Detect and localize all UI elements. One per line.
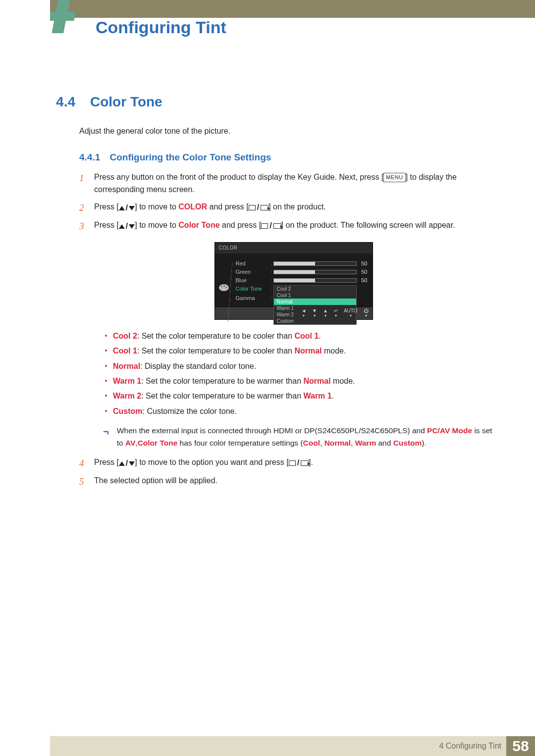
chapter-title: Configuring Tint — [96, 18, 226, 37]
osd-screenshot: COLOR Red:50Green:50Blue:50Color Tone:Co… — [214, 242, 373, 320]
subsection-title: Configuring the Color Tone Settings — [110, 152, 271, 162]
osd-option: Custom — [274, 318, 356, 324]
step-text: ] on the product. — [268, 202, 326, 211]
chapter-number: 4 — [50, 0, 72, 45]
note-text: When the external input is connected thr… — [117, 425, 493, 450]
osd-slider — [273, 261, 357, 266]
osd-slider — [273, 270, 357, 274]
osd-row-label: Color Tone — [236, 285, 270, 293]
osd-option: Normal — [274, 299, 356, 305]
step-text: Press [ — [94, 202, 119, 211]
palette-icon — [219, 284, 229, 291]
option-item: Normal: Display the standard color tone. — [105, 359, 493, 374]
step-text: Press any button on the front of the pro… — [94, 173, 383, 181]
osd-rows: Red:50Green:50Blue:50Color Tone:Cool 2Co… — [236, 259, 368, 302]
up-down-icon: / — [119, 457, 135, 470]
osd-value: 50 — [357, 259, 368, 268]
subsection-heading: 4.4.1 Configuring the Color Tone Setting… — [79, 152, 271, 163]
subsection-number: 4.4.1 — [79, 152, 100, 162]
osd-option: Cool 1 — [274, 292, 356, 299]
step-3: Press [/] to move to Color Tone and pres… — [79, 219, 493, 450]
osd-nav-button: ▲▾ — [323, 308, 328, 318]
osd-value: 50 — [357, 276, 368, 285]
step-text: ] to move to — [135, 202, 178, 211]
enter-icon: / — [249, 202, 268, 214]
keyword-colortone: Color Tone — [178, 221, 219, 229]
option-item: Custom: Customize the color tone. — [105, 404, 493, 419]
enter-icon: / — [261, 220, 281, 232]
osd-row-label: Blue — [236, 276, 270, 285]
up-down-icon: / — [119, 220, 135, 233]
enter-icon: / — [289, 457, 309, 469]
osd-nav-button: ↵▾ — [334, 308, 338, 318]
step-text: Press [ — [94, 221, 119, 229]
osd-dropdown: Cool 2Cool 1NormalWarm 1Warm 2Custom — [273, 285, 357, 325]
step-1: Press any button on the front of the pro… — [79, 171, 493, 196]
keyword-color: COLOR — [178, 202, 207, 211]
note-icon: ¬ — [103, 425, 109, 450]
step-text: ] to move to the option you want and pre… — [135, 458, 288, 466]
osd-slider-row: Green:50 — [236, 268, 368, 276]
osd-nav-button: ▼▾ — [312, 308, 317, 318]
option-list: Cool 2: Set the color temperature to be … — [105, 329, 493, 419]
section-title: Color Tone — [90, 94, 162, 110]
step-text: and press [ — [220, 221, 262, 229]
option-item: Cool 1: Set the color temperature to be … — [105, 344, 493, 358]
up-down-icon: / — [119, 202, 135, 214]
section-heading: 4.4 Color Tone — [0, 94, 535, 110]
step-5: The selected option will be applied. — [79, 475, 493, 487]
note-block: ¬ When the external input is connected t… — [103, 425, 493, 450]
osd-slider — [273, 278, 357, 283]
page-number: 58 — [506, 736, 535, 756]
osd-body: Red:50Green:50Blue:50Color Tone:Cool 2Co… — [215, 253, 373, 306]
osd-row-label: Gamma — [236, 294, 270, 302]
osd-option: Cool 2 — [274, 286, 356, 292]
step-text: ] on the product. The following screen w… — [281, 221, 455, 229]
option-item: Cool 2: Set the color temperature to be … — [105, 329, 493, 344]
menu-button-icon: MENU — [383, 173, 405, 182]
osd-row-label: Green — [236, 268, 270, 276]
section-intro: Adjust the general color tone of the pic… — [79, 127, 230, 136]
footer-chapter-label: 4 Configuring Tint — [439, 742, 501, 751]
osd-nav-button: ⏻▾ — [364, 308, 369, 318]
osd-title: COLOR — [215, 243, 373, 253]
steps-list: Press any button on the front of the pro… — [79, 171, 493, 492]
step-text: ] to move to — [135, 221, 178, 229]
section-number: 4.4 — [0, 94, 90, 110]
step-text: The selected option will be applied. — [94, 476, 217, 485]
step-2: Press [/] to move to COLOR and press [/]… — [79, 201, 493, 214]
step-text: and press [ — [207, 202, 249, 211]
option-item: Warm 1: Set the color temperature to be … — [105, 374, 493, 389]
osd-side — [218, 259, 232, 302]
page-footer: 4 Configuring Tint 58 — [50, 736, 535, 756]
step-text: Press [ — [94, 458, 119, 466]
osd-slider-row: Red:50 — [236, 259, 368, 268]
osd-slider-row: Blue:50 — [236, 276, 368, 285]
osd-nav-button: ◄▾ — [301, 308, 306, 318]
chapter-number-tab: 4 — [50, 0, 95, 45]
osd-value: 50 — [357, 268, 368, 276]
header-bar — [50, 0, 535, 18]
osd-nav-button: AUTO▾ — [344, 308, 358, 318]
osd-colortone-row: Color Tone:Cool 2Cool 1NormalWarm 1Warm … — [236, 285, 368, 325]
step-4: Press [/] to move to the option you want… — [79, 456, 493, 470]
option-item: Warm 2: Set the color temperature to be … — [105, 389, 493, 403]
osd-row-label: Red — [236, 259, 270, 268]
